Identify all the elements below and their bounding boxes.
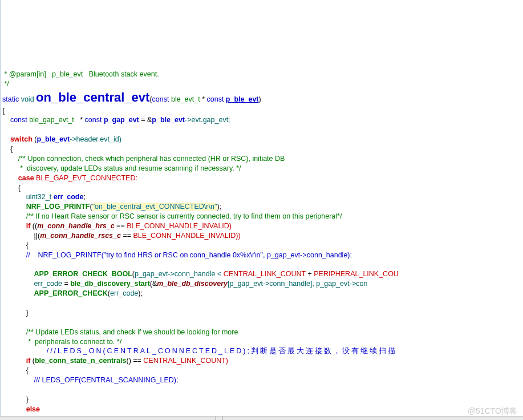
comment: */ xyxy=(2,80,9,88)
comment: /** Update LEDs status, and check if we … xyxy=(2,328,238,336)
comment-line: // NRF_LOG_PRINTF("try to find HRS or RS… xyxy=(2,251,352,259)
comment: /** Upon connection, check which periphe… xyxy=(2,155,285,163)
punct: ); xyxy=(217,203,221,211)
var: p_gap_evt xyxy=(104,116,139,124)
keyword: const xyxy=(152,95,169,103)
keyword: const xyxy=(85,116,104,124)
arg: err_code xyxy=(110,289,138,297)
var: err_code xyxy=(54,193,84,201)
call: () == xyxy=(126,357,143,365)
enum: BLE_CONN_HANDLE_INVALID) xyxy=(127,222,232,230)
brace: { xyxy=(2,184,21,192)
function-name: on_ble_central_evt xyxy=(36,90,149,104)
deref: ->evt.gap_evt; xyxy=(185,116,230,124)
keyword-case: case xyxy=(2,174,34,182)
type: ble_evt_t xyxy=(169,95,202,103)
keyword: static xyxy=(2,95,19,103)
brace: } xyxy=(2,395,29,403)
case-value: BLE_GAP_EVT_CONNECTED: xyxy=(34,174,137,182)
indent: ||( xyxy=(2,232,40,240)
string-literal: "on_ble_central_evt_CONNECTED\r\n" xyxy=(92,203,217,211)
comment: * discovery, update LEDs status and resu… xyxy=(2,164,241,172)
const: CENTRAL_LINK_COUNT xyxy=(224,270,306,278)
brace: { xyxy=(2,145,13,153)
brace: } xyxy=(2,309,29,317)
comment: * peripherals to connect to. */ xyxy=(2,338,121,346)
code-viewer: * @param[in] p_ble_evt Bluetooth stack e… xyxy=(2,60,521,420)
var: m_conn_handle_hrs_c xyxy=(37,222,114,230)
punct: ); xyxy=(138,289,143,297)
brace: { xyxy=(2,241,29,249)
type: ble_gap_evt_t xyxy=(27,116,80,124)
type: uint32_t xyxy=(2,193,54,201)
var: m_conn_handle_rscs_c xyxy=(40,232,121,240)
indent xyxy=(2,280,34,288)
indent xyxy=(2,203,26,211)
var: p_ble_evt xyxy=(37,135,70,143)
keyword-else: else xyxy=(26,405,40,413)
indent xyxy=(2,270,34,278)
expr: [p_gap_evt->conn_handle], p_gap_evt->con xyxy=(228,280,367,288)
op: == xyxy=(121,232,133,240)
enum: BLE_CONN_HANDLE_INVALID)) xyxy=(133,232,241,240)
keyword-switch: switch xyxy=(2,135,33,143)
expr: p_gap_evt->conn_handle < xyxy=(135,270,224,278)
type: void xyxy=(19,95,36,103)
func-call: ble_db_discovery_start xyxy=(70,280,150,288)
ref: p_ble_evt xyxy=(152,116,185,124)
horizontal-scrollbar[interactable] xyxy=(0,416,523,420)
gutter-rule xyxy=(1,0,1,416)
indent xyxy=(2,222,26,230)
punct: (& xyxy=(150,280,157,288)
keyword: const xyxy=(206,95,225,103)
punct: ) xyxy=(259,95,261,103)
punct: ; xyxy=(83,193,85,201)
op: = xyxy=(62,280,70,288)
brace: { xyxy=(2,366,29,374)
param: p_ble_evt xyxy=(226,95,259,103)
indent xyxy=(2,289,34,297)
punct: * xyxy=(80,116,84,124)
op: + xyxy=(306,270,314,278)
brace: { xyxy=(2,107,5,115)
func-call: APP_ERROR_CHECK xyxy=(34,289,108,297)
const: CENTRAL_LINK_COUNT) xyxy=(143,357,228,365)
func-call: APP_ERROR_CHECK_BOOL xyxy=(34,270,132,278)
comment-line: ///LEDS_ON(CENTRAL_CONNECTED_LED);判断是否最大… xyxy=(2,347,397,355)
keyword: const xyxy=(2,116,27,124)
comment: * @param[in] p_ble_evt Bluetooth stack e… xyxy=(2,70,159,78)
watermark: @51CTO博客 xyxy=(468,406,517,417)
punct: (( xyxy=(30,222,37,230)
op: == xyxy=(115,222,127,230)
func-call: NRF_LOG_PRINTF xyxy=(26,203,90,211)
comment: /** If no Heart Rate sensor or RSC senso… xyxy=(2,212,342,220)
indent xyxy=(2,357,26,365)
array: m_ble_db_discovery xyxy=(157,280,228,288)
const: PERIPHERAL_LINK_COU xyxy=(314,270,399,278)
splitter-handle[interactable] xyxy=(216,417,222,420)
punct: ( xyxy=(30,357,35,365)
op: = & xyxy=(139,116,152,124)
var: err_code xyxy=(34,280,62,288)
field: ->header.evt_id) xyxy=(70,135,121,143)
comment-line: /// LEDS_OFF(CENTRAL_SCANNING_LED); xyxy=(2,376,178,384)
indent xyxy=(2,405,26,413)
func-call: ble_conn_state_n_centrals xyxy=(35,357,127,365)
